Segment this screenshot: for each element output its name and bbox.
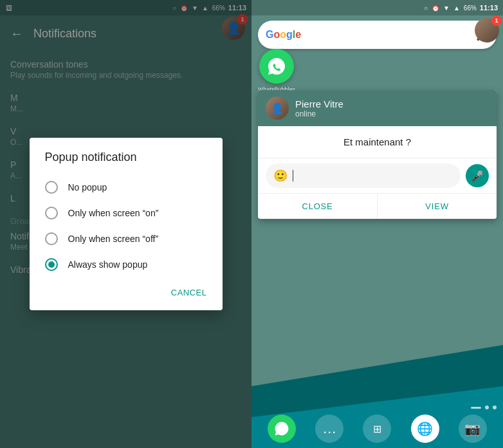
text-cursor	[293, 170, 293, 182]
notif-avatar-icon: 👤	[271, 102, 284, 115]
mic-send-button[interactable]: 🎤	[466, 164, 489, 187]
radio-label-screen-on: Only when screen “on”	[68, 208, 159, 218]
radio-circle-always	[45, 258, 58, 271]
dock-whatsapp[interactable]	[268, 415, 296, 443]
left-panel: 🖼 ○ ⏰ ▼ ▲ 66% 11:13 ← Notifications ⋮ 👤 …	[0, 0, 252, 448]
right-time: 11:13	[480, 4, 498, 12]
notif-contact-info: Pierre Vitre online	[295, 98, 343, 118]
radio-option-screen-off[interactable]: Only when screen “off”	[30, 226, 223, 252]
right-status-bar: ○ ⏰ ▼ ▲ 66% 11:13	[252, 0, 503, 15]
radio-label-screen-off: Only when screen “off”	[68, 234, 159, 244]
notif-contact-name: Pierre Vitre	[295, 98, 343, 109]
app-dock: … ⊞ 🌐 📷	[252, 415, 503, 443]
radio-inner-always	[48, 261, 55, 268]
nav-line	[471, 407, 481, 409]
right-wifi-icon: ▼	[443, 5, 450, 12]
emoji-icon[interactable]: 🙂	[273, 169, 288, 183]
notif-input-area: 🙂 🎤	[258, 158, 497, 193]
notif-message: Et maintenant ?	[258, 126, 497, 158]
right-panel: ○ ⏰ ▼ ▲ 66% 11:13 1 Google 🎤 WhatsBubble…	[252, 0, 503, 448]
radio-circle-no-popup	[45, 181, 58, 194]
popup-notification-dialog: Popup notification No popup Only when sc…	[30, 138, 223, 310]
dialog-title: Popup notification	[30, 151, 223, 174]
view-button[interactable]: VIEW	[378, 194, 497, 219]
right-alarm-icon: ⏰	[432, 5, 439, 12]
whats-bubbles-widget[interactable]: WhatsBubbles	[258, 49, 295, 93]
dock-apps-icon: ⊞	[373, 423, 381, 435]
google-search-bar[interactable]: Google 🎤	[258, 21, 497, 49]
notif-action-buttons: CLOSE VIEW	[258, 193, 497, 219]
right-avatar-area: 1	[475, 18, 499, 42]
nav-dot-1	[485, 406, 489, 409]
close-button[interactable]: CLOSE	[258, 194, 378, 219]
g-logo-o1: o	[273, 29, 280, 40]
radio-label-always: Always show popup	[68, 259, 148, 270]
radio-option-screen-on[interactable]: Only when screen “on”	[30, 200, 223, 226]
right-circle-icon: ○	[424, 5, 428, 12]
g-logo-e: e	[295, 29, 301, 40]
right-battery: 66%	[464, 5, 477, 12]
radio-circle-screen-on	[45, 207, 58, 219]
dock-apps[interactable]: ⊞	[363, 415, 391, 443]
dock-photos-icon: 📷	[464, 421, 480, 436]
radio-label-no-popup: No popup	[68, 182, 107, 192]
dock-messages[interactable]: …	[315, 415, 343, 443]
radio-option-always[interactable]: Always show popup	[30, 252, 223, 277]
dock-chrome-icon: 🌐	[417, 421, 433, 436]
notif-contact-status: online	[295, 109, 343, 118]
notification-popup: 👤 Pierre Vitre online Et maintenant ? 🙂 …	[258, 90, 497, 219]
g-logo-o2: o	[280, 29, 286, 40]
cancel-button[interactable]: CANCEL	[166, 283, 212, 303]
g-logo-b: G	[266, 29, 273, 40]
dock-photos[interactable]: 📷	[459, 415, 487, 443]
dialog-actions: CANCEL	[30, 277, 223, 305]
nav-bar	[471, 406, 497, 409]
mic-button-icon: 🎤	[471, 170, 484, 182]
radio-circle-screen-off	[45, 232, 58, 245]
whatsapp-bubble-icon	[259, 49, 294, 84]
right-signal-icon: ▲	[453, 5, 460, 12]
right-badge: 1	[491, 15, 502, 26]
dock-messages-icon: …	[322, 420, 336, 437]
notif-input-field[interactable]: 🙂	[266, 163, 461, 188]
whatsapp-svg	[267, 57, 286, 76]
g-logo-g: g	[286, 29, 293, 40]
notif-header: 👤 Pierre Vitre online	[258, 90, 497, 126]
dock-whatsapp-icon	[274, 421, 289, 436]
dock-chrome[interactable]: 🌐	[411, 415, 439, 443]
radio-option-no-popup[interactable]: No popup	[30, 174, 223, 200]
google-logo: Google	[266, 29, 301, 41]
nav-dot-2	[493, 406, 497, 409]
notif-avatar: 👤	[266, 97, 289, 120]
dialog-overlay: Popup notification No popup Only when sc…	[0, 0, 252, 448]
